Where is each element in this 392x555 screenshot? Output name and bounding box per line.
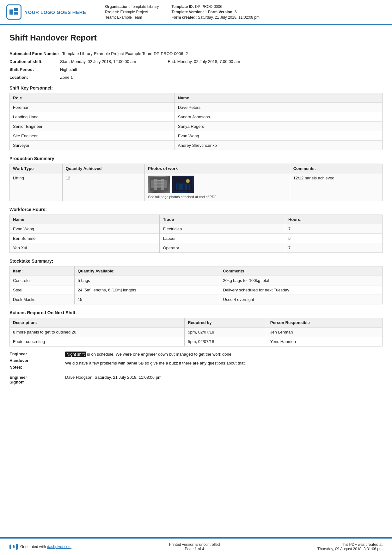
svg-rect-4 (151, 180, 167, 188)
stocktake-item: Steel (10, 285, 75, 295)
stocktake-row: Dusk Masks 15 Used 4 overnight (10, 295, 383, 304)
svg-rect-13 (177, 182, 179, 190)
stocktake-col-item: Item: (10, 266, 75, 276)
duration-end: End: Monday, 02 July 2018, 7:00:00 am (168, 59, 240, 64)
project-line: Project: Example Project (105, 10, 159, 14)
personnel-name: Andrey Shevchcenko (175, 141, 382, 150)
personnel-section-title: Shift Key Personnel: (9, 85, 383, 90)
workforce-col-hours: Hours: (285, 215, 382, 224)
action-person: Yens Hanmen (267, 337, 382, 346)
personnel-role: Site Engineer (10, 131, 175, 141)
footer-center: Printed version is uncontrolled Page 1 o… (169, 542, 220, 551)
header-org-col: Organisation: Template Library Project: … (105, 4, 159, 20)
action-person: Jen Lehman (267, 327, 382, 337)
stocktake-item: Concrete (10, 276, 75, 285)
workforce-section-title: Workforce Hours: (9, 207, 383, 212)
form-created-line: Form created: Saturday, 21 July 2018, 11… (171, 15, 260, 20)
team-line: Team: Example Team (105, 15, 159, 20)
location-row: Location: Zone 1 (9, 75, 383, 80)
logo-block: YOUR LOGO GOES HERE (6, 4, 86, 20)
footer-logo-icon (9, 544, 18, 550)
svg-rect-0 (9, 9, 13, 15)
handover-section: Engineer Handover Notes: Night shift is … (9, 351, 383, 371)
personnel-role: Senior Engineer (10, 122, 175, 131)
stocktake-quantity: 5 bags (74, 276, 220, 285)
template-version-line: Template Version: 1 Form Version: 6 (171, 10, 260, 14)
actions-col-required-by: Required by (185, 318, 267, 327)
footer-bar-3 (16, 544, 18, 550)
photo-thumb-1 (148, 176, 170, 193)
personnel-row: Leading Hand Sandra Johnsons (10, 112, 383, 122)
svg-rect-1 (14, 8, 18, 11)
production-row: Lifting 12 (10, 173, 383, 201)
production-col-quantity: Quantity Achieved (62, 164, 144, 173)
production-table: Work Type Quantity Achieved Photos of wo… (9, 164, 383, 201)
production-col-photos: Photos of work (145, 164, 290, 173)
personnel-role: Foreman (10, 103, 175, 112)
duration-start: Start: Monday, 02 July 2018, 12:00:00 am (60, 59, 136, 64)
production-work-type: Lifting (10, 173, 63, 201)
workforce-hours: 7 (285, 224, 382, 234)
personnel-table: Role Name Foreman Dave Peters Leading Ha… (9, 93, 383, 150)
handover-note-1: Night shift is on schedule. We were one … (65, 351, 383, 358)
workforce-row: Evan Wong Electrician 7 (10, 224, 383, 234)
handover-notes: Night shift is on schedule. We were one … (65, 351, 383, 371)
workforce-table: Name Trade Hours: Evan Wong Electrician … (9, 215, 383, 253)
signoff-section: Engineer Signoff Dave Hodgson, Saturday,… (9, 375, 383, 384)
personnel-col-role: Role (10, 93, 175, 103)
production-photos: See full page photos attached at end of … (145, 173, 290, 201)
actions-section-title: Actions Required On Next Shift: (9, 310, 383, 315)
footer-link[interactable]: dashpivot.com (47, 545, 71, 549)
stocktake-row: Steel 24 [5m] lengths, 6 [10m] lengths D… (10, 285, 383, 295)
template-id-line: Template ID: DP-PROD-0006 (171, 4, 260, 9)
footer-left: Generated with dashpivot.com (9, 544, 71, 550)
stocktake-comments: Used 4 overnight (220, 295, 383, 304)
production-section-title: Production Summary (9, 156, 383, 161)
workforce-name: Evan Wong (10, 224, 160, 234)
footer-bar-1 (9, 545, 11, 549)
workforce-name: Ben Summer (10, 234, 160, 243)
form-number-label: Automated Form Number (9, 51, 62, 56)
duration-label: Duration of shift: (9, 59, 60, 64)
handover-note-2: We did have a few problems with panel 5B… (65, 360, 383, 367)
production-quantity: 12 (62, 173, 144, 201)
duration-row: Duration of shift: Start: Monday, 02 Jul… (9, 59, 383, 64)
workforce-row: Ben Summer Labour 5 (10, 234, 383, 243)
photo-caption: See full page photos attached at end of … (148, 195, 286, 199)
duration-values: Start: Monday, 02 July 2018, 12:00:00 am… (60, 59, 240, 64)
footer-right: This PDF was created at Thursday, 09 Aug… (317, 542, 383, 551)
footer-uncontrolled: Printed version is uncontrolled (169, 542, 220, 547)
stocktake-table: Item: Quantity Available: Comments: Conc… (9, 266, 383, 304)
footer-generated-text: Generated with dashpivot.com (20, 545, 71, 549)
stocktake-comments: Delivery scheduled for next Tuesday (220, 285, 383, 295)
header-meta: Organisation: Template Library Project: … (93, 4, 383, 20)
workforce-trade: Electrician (160, 224, 285, 234)
stocktake-col-quantity: Quantity Available: (74, 266, 220, 276)
location-value: Zone 1 (60, 75, 383, 80)
personnel-name: Evan Wong (175, 131, 382, 141)
personnel-role: Surveyor (10, 141, 175, 150)
photo-cell: See full page photos attached at end of … (148, 176, 286, 199)
workforce-hours: 7 (285, 243, 382, 253)
svg-rect-15 (187, 183, 189, 190)
personnel-row: Senior Engineer Sanya Rogers (10, 122, 383, 131)
footer-pdf-created-value: Thursday, 09 August 2018, 3:31:06 pm (317, 547, 383, 551)
handover-highlight: Night shift (65, 352, 86, 357)
form-number-value: Template Library-Example Project-Example… (62, 51, 383, 56)
logo-icon (6, 4, 21, 20)
workforce-col-trade: Trade (160, 215, 285, 224)
photo-thumbs (148, 176, 286, 193)
org-line: Organisation: Template Library (105, 4, 159, 9)
personnel-row: Foreman Dave Peters (10, 103, 383, 112)
handover-panel-link: panel 5B (126, 361, 144, 365)
footer-page: Page 1 of 4 (169, 547, 220, 551)
actions-table: Description: Required by Person Responsi… (9, 318, 383, 346)
footer-pdf-created-pre: This PDF was created at (317, 542, 383, 547)
stocktake-section-title: Stocktake Summary: (9, 259, 383, 264)
workforce-trade: Labour (160, 234, 285, 243)
workforce-hours: 5 (285, 234, 382, 243)
workforce-name: Yen Xui (10, 243, 160, 253)
svg-point-11 (186, 179, 190, 183)
handover-note2-post: so give me a buzz if there are any quest… (144, 361, 246, 365)
stocktake-col-comments: Comments: (220, 266, 383, 276)
